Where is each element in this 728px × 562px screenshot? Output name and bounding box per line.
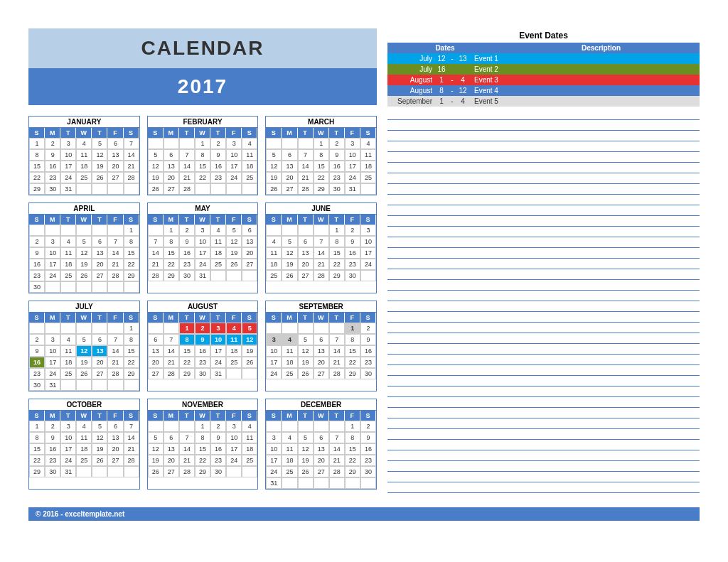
day-cell: 16 (45, 161, 60, 172)
day-cell: 24 (210, 357, 226, 368)
day-cell: 23 (45, 172, 60, 183)
day-header: S (360, 128, 376, 138)
events-panel: Event Dates Dates Description July12-13E… (387, 28, 700, 493)
day-cell: 22 (195, 172, 210, 183)
day-cell: 26 (242, 357, 257, 368)
event-day-end (456, 64, 470, 75)
day-cell: 18 (282, 455, 297, 466)
day-cell: 13 (298, 247, 314, 259)
events-list: July12-13Event 1July16Event 2August1-4Ev… (387, 53, 700, 107)
day-cell: 29 (345, 368, 360, 379)
day-header: S (148, 411, 164, 421)
day-header: T (210, 215, 226, 225)
day-cell-empty (76, 466, 92, 477)
day-cell-empty (266, 138, 282, 149)
day-cell: 26 (298, 368, 314, 379)
day-cell: 14 (314, 247, 329, 259)
footer: © 2016 - exceltemplate.net (28, 507, 700, 521)
day-cell: 13 (148, 345, 164, 357)
day-cell: 5 (92, 138, 107, 149)
day-cell: 11 (210, 236, 226, 247)
day-header: T (329, 215, 345, 225)
day-cell: 20 (298, 259, 314, 270)
day-cell: 2 (345, 225, 360, 236)
ruled-line (387, 227, 700, 237)
events-header-dates: Dates (387, 43, 503, 53)
day-header: S (242, 411, 257, 421)
day-cell: 29 (195, 466, 210, 477)
day-cell: 17 (45, 357, 60, 368)
day-cell: 31 (266, 477, 282, 489)
day-cell: 27 (148, 368, 164, 379)
day-cell: 15 (195, 443, 210, 455)
day-header: W (195, 313, 210, 323)
day-header: F (345, 215, 360, 225)
day-header: T (298, 128, 314, 138)
day-cell: 17 (45, 259, 60, 270)
day-cell: 14 (148, 247, 164, 259)
day-header: S (266, 128, 282, 138)
day-cell: 29 (179, 368, 195, 379)
day-cell: 17 (60, 443, 76, 455)
day-cell: 30 (29, 281, 45, 293)
month-name: AUGUST (148, 301, 258, 313)
day-cell: 19 (92, 161, 107, 172)
event-day-start: 1 (434, 75, 449, 85)
day-cell: 23 (29, 368, 45, 379)
ruled-line (387, 365, 700, 376)
day-cell: 9 (195, 334, 210, 345)
day-header: F (107, 128, 123, 138)
day-header: S (242, 313, 257, 323)
day-cell-empty (148, 138, 164, 149)
day-cell: 30 (210, 466, 226, 477)
month-name: MARCH (266, 117, 376, 128)
day-cell: 18 (242, 443, 257, 455)
day-cell: 28 (179, 183, 195, 195)
day-cell-empty (345, 477, 360, 489)
event-desc: Event 5 (470, 96, 700, 107)
day-cell: 21 (124, 443, 139, 455)
day-header: T (210, 313, 226, 323)
day-cell: 26 (226, 259, 242, 270)
day-header: S (124, 128, 139, 138)
ruled-line (387, 205, 700, 216)
day-cell-empty (92, 379, 107, 391)
ruled-line (387, 418, 700, 429)
day-cell: 2 (360, 323, 376, 334)
day-cell-empty (164, 421, 179, 432)
day-cell: 13 (92, 345, 107, 357)
day-cell-empty (60, 225, 76, 236)
day-cell: 9 (45, 149, 60, 161)
day-cell: 31 (345, 183, 360, 195)
day-cell: 4 (282, 432, 297, 443)
day-header: W (314, 215, 329, 225)
day-cell: 24 (60, 172, 76, 183)
day-cell: 1 (164, 225, 179, 236)
day-cell: 29 (314, 183, 329, 195)
day-cell: 9 (45, 432, 60, 443)
day-cell-empty (164, 138, 179, 149)
day-header: T (60, 128, 76, 138)
day-cell: 2 (179, 225, 195, 236)
day-cell: 27 (107, 455, 123, 466)
day-cell: 21 (164, 357, 179, 368)
day-cell: 1 (29, 421, 45, 432)
day-cell-empty (266, 421, 282, 432)
day-cell: 30 (45, 466, 60, 477)
day-header: W (314, 411, 329, 421)
day-cell: 27 (92, 270, 107, 281)
ruled-line (387, 216, 700, 227)
day-cell-empty (76, 379, 92, 391)
day-cell: 5 (148, 432, 164, 443)
day-cell: 20 (107, 443, 123, 455)
day-header: T (92, 215, 107, 225)
day-cell: 29 (124, 368, 139, 379)
day-cell: 22 (345, 455, 360, 466)
day-cell: 7 (329, 334, 345, 345)
day-cell: 4 (210, 225, 226, 236)
day-header: F (226, 411, 242, 421)
day-cell: 9 (329, 149, 345, 161)
event-month: July (387, 53, 434, 64)
day-cell-empty (242, 368, 257, 379)
ruled-line (387, 269, 700, 280)
